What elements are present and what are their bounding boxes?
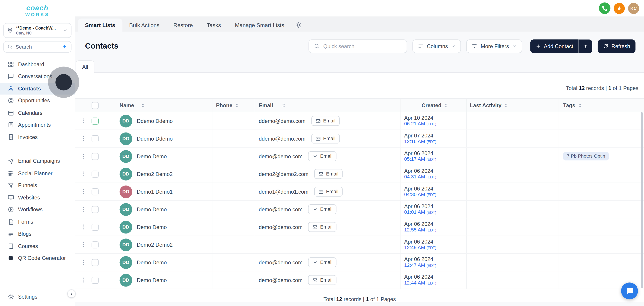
sort-icon[interactable] <box>234 103 240 108</box>
select-all-checkbox[interactable] <box>92 102 98 109</box>
quick-search-input[interactable] <box>323 43 402 49</box>
tab-manage-smart-lists[interactable]: Manage Smart Lists <box>228 19 291 32</box>
quick-search[interactable] <box>308 39 407 53</box>
row-checkbox[interactable] <box>92 259 98 266</box>
user-avatar[interactable]: KC <box>628 3 639 14</box>
column-header-created[interactable]: Created <box>400 99 466 112</box>
row-menu-icon[interactable] <box>80 171 86 177</box>
sidebar-item-blogs[interactable]: Blogs <box>0 228 75 240</box>
vertical-scrollbar[interactable] <box>641 112 643 288</box>
sort-icon[interactable] <box>504 103 509 108</box>
sidebar-item-invoices[interactable]: Invoices <box>0 131 75 143</box>
row-checkbox[interactable] <box>92 153 98 160</box>
columns-button[interactable]: Columns <box>412 39 461 53</box>
sidebar-item-funnels[interactable]: Funnels <box>0 179 75 191</box>
sidebar-item-conversations[interactable]: Conversations <box>0 70 75 82</box>
row-menu-icon[interactable] <box>80 135 86 142</box>
contact-name[interactable]: Demo Demo <box>137 277 167 283</box>
account-switcher[interactable]: **Demo - CoachW... Cary, NC <box>3 23 72 38</box>
sidebar-item-label: Conversations <box>18 73 52 80</box>
row-checkbox[interactable] <box>92 276 98 283</box>
row-menu-icon[interactable] <box>80 241 86 248</box>
sidebar-collapse-button[interactable] <box>67 289 76 298</box>
sidebar-item-websites[interactable]: Websites <box>0 191 75 203</box>
row-menu-icon[interactable] <box>80 153 86 159</box>
sidebar-item-qr-code-generator[interactable]: QR Code Generator <box>0 252 75 264</box>
email-button[interactable]: Email <box>308 222 336 232</box>
email-button[interactable]: Email <box>308 257 336 267</box>
phone-button[interactable] <box>599 3 610 14</box>
table-row: DDDemo Demodemo@demo.comEmailApr 06 2024… <box>75 271 644 289</box>
row-menu-icon[interactable] <box>80 206 86 212</box>
email-button[interactable]: Email <box>308 151 336 161</box>
contact-name[interactable]: Ddemo Ddemo <box>137 135 173 142</box>
row-menu-icon[interactable] <box>80 277 86 283</box>
row-menu-icon[interactable] <box>80 188 86 195</box>
sidebar-item-forms[interactable]: Forms <box>0 216 75 228</box>
sort-icon[interactable] <box>141 103 146 108</box>
sort-icon[interactable] <box>281 103 286 108</box>
email-button[interactable]: Email <box>308 204 336 214</box>
row-checkbox[interactable] <box>92 117 98 124</box>
created-cell: Apr 07 202412:16 AM (EDT) <box>400 130 466 147</box>
sidebar-item-opportunities[interactable]: Opportunities <box>0 95 75 107</box>
academy-button[interactable] <box>614 3 625 14</box>
email-campaigns-icon <box>8 158 14 164</box>
import-contacts-button[interactable] <box>578 39 592 53</box>
sort-icon[interactable] <box>444 103 449 108</box>
column-header-tags[interactable]: Tags <box>558 99 644 112</box>
tab-bulk-actions[interactable]: Bulk Actions <box>122 19 166 32</box>
row-checkbox[interactable] <box>92 135 98 142</box>
email-button[interactable]: Email <box>314 169 342 179</box>
chat-widget-button[interactable] <box>621 282 638 299</box>
sidebar-search[interactable] <box>3 41 72 52</box>
column-header-phone[interactable]: Phone <box>212 99 255 112</box>
row-menu-icon[interactable] <box>80 224 86 230</box>
contact-name[interactable]: Demo Demo <box>137 259 167 265</box>
sidebar-item-workflows[interactable]: Workflows <box>0 203 75 216</box>
email-button[interactable]: Email <box>308 275 336 285</box>
row-menu-icon[interactable] <box>80 259 86 265</box>
email-button[interactable]: Email <box>314 187 342 197</box>
column-header-last-activity[interactable]: Last Activity <box>466 99 558 112</box>
contact-name[interactable]: Demo Demo <box>137 153 167 159</box>
tab-all[interactable]: All <box>76 61 94 73</box>
add-contact-button[interactable]: Add Contact <box>530 39 578 53</box>
sidebar-item-settings[interactable]: Settings <box>0 290 75 303</box>
row-checkbox[interactable] <box>92 241 98 248</box>
contact-name[interactable]: Demo2 Demo2 <box>137 171 173 177</box>
sidebar-item-calendars[interactable]: Calendars <box>0 107 75 119</box>
tag-chip[interactable]: 7 Pb Photos Optin <box>563 152 609 160</box>
sidebar-item-contacts[interactable]: Contacts <box>0 82 75 95</box>
tab-smart-lists[interactable]: Smart Lists <box>78 19 122 32</box>
gear-icon[interactable] <box>296 22 302 28</box>
more-filters-button[interactable]: More Filters <box>466 39 522 53</box>
row-checkbox[interactable] <box>92 170 98 177</box>
column-header-email[interactable]: Email <box>255 99 400 112</box>
contact-name[interactable]: Demo1 Demo1 <box>137 188 173 195</box>
contact-name[interactable]: Demo2 Demo2 <box>137 241 173 248</box>
refresh-label: Refresh <box>611 43 630 49</box>
tab-restore[interactable]: Restore <box>166 19 200 32</box>
email-button[interactable]: Email <box>311 116 340 126</box>
email-button[interactable]: Email <box>311 134 340 143</box>
row-menu-icon[interactable] <box>80 118 86 124</box>
row-checkbox[interactable] <box>92 188 98 195</box>
contact-name[interactable]: Demo Demo <box>137 224 167 230</box>
sort-icon[interactable] <box>577 103 583 108</box>
tab-tasks[interactable]: Tasks <box>200 19 228 32</box>
sidebar-item-dashboard[interactable]: Dashboard <box>0 58 75 70</box>
sidebar-item-social-planner[interactable]: Social Planner <box>0 167 75 179</box>
sidebar-item-appointments[interactable]: Appointments <box>0 119 75 131</box>
contact-name[interactable]: Demo Demo <box>137 206 167 212</box>
row-checkbox[interactable] <box>92 206 98 213</box>
email-cell: demo1@demo1.comEmail <box>255 183 400 200</box>
refresh-button[interactable]: Refresh <box>598 39 636 53</box>
plus-icon <box>536 44 541 49</box>
column-header-name[interactable]: Name <box>106 99 212 112</box>
contact-name[interactable]: Ddemo Ddemo <box>137 118 173 124</box>
sidebar-item-email-campaigns[interactable]: Email Campaigns <box>0 155 75 167</box>
sidebar-search-input[interactable] <box>16 44 59 50</box>
row-checkbox[interactable] <box>92 223 98 230</box>
sidebar-item-courses[interactable]: Courses <box>0 240 75 252</box>
